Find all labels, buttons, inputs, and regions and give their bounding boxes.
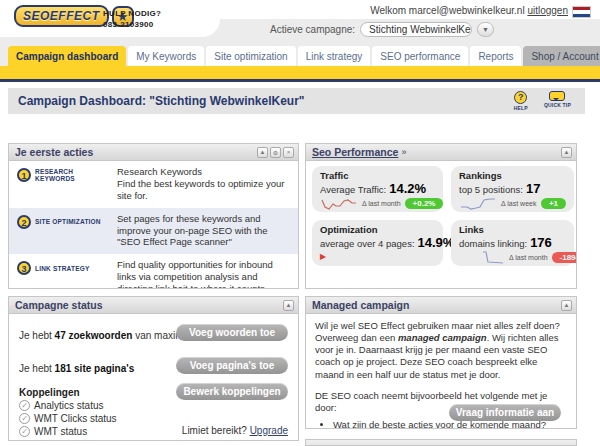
phone-number: 085-2103900 [103, 20, 161, 31]
upgrade-link[interactable]: Upgrade [250, 425, 288, 436]
pages-count: 181 site pagina's [55, 363, 135, 374]
logout-link[interactable]: uitloggen [527, 5, 568, 16]
collapse-icon[interactable]: ▲ [283, 300, 294, 311]
action-item-link-strategy[interactable]: 3 LINK STRATEGY Find quality opportuniti… [9, 254, 298, 289]
step-3-icon: 3 [17, 261, 31, 275]
gear-icon[interactable]: ⚙ [270, 147, 281, 158]
action-item-research-keywords[interactable]: 1 RESEARCH KEYWORDS Research Keywords Fi… [9, 161, 298, 208]
metric-label: domains linking: [459, 238, 527, 249]
help-button[interactable]: ? HELP [514, 91, 528, 111]
first-actions-header: Je eerste acties ▲ ⚙ × [9, 144, 298, 161]
seo-performance-header: Seo Performance » ▲ [306, 144, 576, 161]
managed-campaign-emphasis: managed campaign [398, 332, 487, 343]
kpi-cards: Traffic Average Traffic:14.2% Δ last mon… [312, 166, 574, 266]
active-campaign-select[interactable]: Stichting WebwinkelKeur [360, 22, 472, 37]
tab-my-keywords[interactable]: My Keywords [128, 46, 204, 66]
close-icon[interactable]: × [283, 147, 294, 158]
metric-value: 14.9% [418, 235, 455, 250]
check-icon: ✓ [19, 400, 30, 411]
campaign-status-panel: Campagne status ▲ Je hebt 47 zoekwoorden… [8, 296, 299, 441]
status-label: WMT Clicks status [34, 413, 117, 424]
links-card[interactable]: Links domains linking:176 Δ last month -… [451, 220, 574, 266]
add-keywords-button[interactable]: Voeg woorden toe [176, 324, 288, 341]
card-title: Links [459, 224, 566, 235]
seo-effect-dashboard: SEOEFFECT ★ HULP NODIG? 085-2103900 Welk… [0, 0, 600, 446]
collapse-icon[interactable]: ▲ [561, 147, 572, 158]
links-sparkline [481, 250, 505, 265]
top-header: SEOEFFECT ★ HULP NODIG? 085-2103900 Welk… [0, 0, 600, 44]
wmt-status-item: ✓ WMT status [19, 426, 87, 437]
collapse-icon[interactable]: ▲ [561, 300, 572, 311]
keywords-count: 47 zoekwoorden [55, 330, 133, 341]
main-nav: Campaign dashboard My Keywords Site opti… [0, 44, 600, 66]
help-need-label: HULP NODIG? [103, 9, 161, 20]
card-title: Optimization [320, 224, 435, 235]
optimization-card[interactable]: Optimization average over 4 pages:14.9% … [312, 220, 443, 266]
step-2-icon: 2 [17, 215, 31, 229]
action-line1: Find quality opportunities for inbound l… [117, 259, 290, 289]
limit-line: Limiet bereikt? Upgrade [182, 425, 288, 436]
tab-shop-account[interactable]: Shop / Account [523, 46, 600, 66]
action-line2: Find the best keywords to optimize your … [117, 178, 290, 202]
wmt-clicks-status-item: ✓ WMT Clicks status [19, 413, 117, 424]
delta-label: Δ last week [501, 200, 536, 207]
active-campaign-label: Actieve campagne: [270, 24, 355, 35]
delta-badge: +0.2% [405, 198, 444, 209]
play-icon: ▶ [320, 252, 435, 261]
chevron-down-icon[interactable]: ▼ [477, 22, 494, 37]
brand-band [0, 66, 600, 82]
traffic-sparkline [320, 196, 358, 211]
add-pages-button[interactable]: Voeg pagina's toe [176, 357, 288, 374]
analytics-status-item: ✓ Analytics status [19, 400, 103, 411]
help-phone-block: HULP NODIG? 085-2103900 [103, 9, 161, 31]
card-title: Traffic [320, 170, 435, 181]
managed-campaign-title: Managed campaign [312, 299, 409, 311]
help-label: HELP [514, 105, 528, 111]
collapse-icon[interactable]: ▲ [257, 147, 268, 158]
page-title: Campaign Dashboard: "Stichting Webwinkel… [8, 94, 305, 108]
tab-link-strategy[interactable]: Link strategy [298, 46, 371, 66]
tab-site-optimization[interactable]: Site optimization [206, 46, 295, 66]
partial-panel-header [306, 440, 576, 446]
title-bar: Campaign Dashboard: "Stichting Webwinkel… [8, 88, 585, 114]
delta-badge: +1 [541, 198, 566, 209]
delta-badge: -1894 [552, 252, 577, 263]
welcome-line: Welkom marcel@webwinkelkeur.nl uitloggen [370, 5, 568, 16]
logo-wordmark: SEOEFFECT [14, 5, 109, 27]
active-campaign-row: Actieve campagne: Stichting WebwinkelKeu… [270, 22, 494, 37]
tab-seo-performance[interactable]: SEO performance [372, 46, 468, 66]
managed-campaign-paragraph-1: Wil je wel SEO Effect gebruiken maar nie… [315, 320, 567, 381]
welcome-text: Welkom marcel@webwinkelkeur.nl [370, 5, 524, 16]
quick-tip-button[interactable]: QUICK TIP [544, 91, 571, 111]
action-label: LINK STRATEGY [35, 265, 89, 272]
pages-count-line: Je hebt 181 site pagina's [19, 363, 134, 374]
rankings-card[interactable]: Rankings top 5 positions:17 Δ last week … [451, 166, 574, 212]
action-line1: Set pages for these keywords and improve… [117, 213, 290, 249]
tab-reports[interactable]: Reports [470, 46, 521, 66]
tab-campaign-dashboard[interactable]: Campaign dashboard [8, 46, 126, 66]
nl-flag-icon[interactable] [572, 6, 591, 18]
partially-visible-panel [305, 439, 577, 446]
metric-value: 17 [526, 181, 540, 196]
managed-campaign-panel: Managed campaign ▲ Wil je wel SEO Effect… [305, 296, 577, 429]
check-icon: ✓ [19, 426, 30, 437]
action-item-site-optimization[interactable]: 2 SITE OPTIMIZATION Set pages for these … [9, 208, 298, 255]
seo-performance-title-link[interactable]: Seo Performance [312, 146, 398, 158]
delta-label: Δ last month [509, 254, 548, 261]
edit-links-button[interactable]: Bewerk koppelingen [176, 383, 288, 400]
secondary-nav: Shop / Account Your campaigns [523, 46, 600, 66]
action-line1: Research Keywords [117, 166, 290, 178]
step-1-icon: 1 [17, 168, 31, 182]
traffic-card[interactable]: Traffic Average Traffic:14.2% Δ last mon… [312, 166, 443, 212]
request-info-button[interactable]: Vraag informatie aan [449, 404, 561, 421]
speech-bubble-icon [549, 91, 565, 101]
check-icon: ✓ [19, 413, 30, 424]
status-label: Analytics status [34, 400, 103, 411]
card-title: Rankings [459, 170, 566, 181]
metric-label: Average Traffic: [320, 184, 386, 195]
metric-value: 14.2% [389, 181, 426, 196]
seo-performance-panel: Seo Performance » ▲ Traffic Average Traf… [305, 143, 577, 289]
links-heading: Koppelingen [19, 387, 80, 398]
metric-label: average over 4 pages: [320, 238, 415, 249]
first-actions-title: Je eerste acties [15, 146, 93, 158]
